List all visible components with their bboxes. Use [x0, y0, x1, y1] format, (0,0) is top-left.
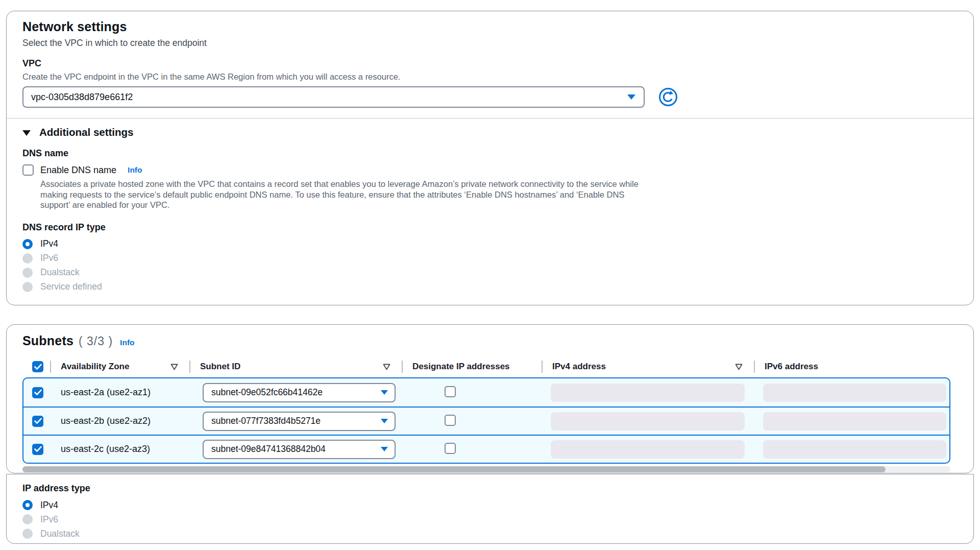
- radio-service-defined: [22, 282, 33, 292]
- chevron-down-icon: [381, 390, 388, 395]
- ipv4-address-input: [551, 412, 745, 431]
- network-settings-section: Network settings Select the VPC in which…: [6, 11, 974, 305]
- subnets-table-body: us-east-2a (use2-az1) subnet-09e052fc66b…: [22, 377, 950, 464]
- subnets-title: Subnets: [22, 332, 74, 349]
- vpc-select-value: vpc-0305d38d879e661f2: [31, 92, 133, 103]
- check-icon: [34, 418, 42, 424]
- chevron-down-icon: [381, 419, 388, 423]
- additional-settings-toggle[interactable]: Additional settings: [22, 126, 958, 138]
- table-row: us-east-2c (use2-az3) subnet-09e84741368…: [23, 435, 949, 463]
- table-row: us-east-2b (use2-az2) subnet-077f7383fd4…: [23, 406, 949, 435]
- sort-icon[interactable]: [170, 364, 178, 370]
- section-divider: [7, 118, 973, 118]
- column-header-subnet-id[interactable]: Subnet ID: [189, 356, 402, 377]
- subnet-id-select[interactable]: subnet-09e052fc66b41462e: [203, 383, 396, 402]
- vpc-label: VPC: [22, 58, 958, 69]
- column-header-ipv4-address[interactable]: IPv4 address: [542, 356, 754, 377]
- check-icon: [34, 446, 42, 452]
- ip-address-type-label: IP address type: [22, 483, 958, 494]
- row-select-checkbox[interactable]: [32, 416, 43, 427]
- dns-record-ip-type-label: DNS record IP type: [22, 222, 958, 233]
- ipv4-address-input: [551, 384, 745, 402]
- radio-ipv4[interactable]: [22, 239, 33, 249]
- dns-name-info-link[interactable]: Info: [128, 165, 142, 175]
- column-header-availability-zone[interactable]: Availability Zone: [50, 356, 189, 377]
- section-subtitle: Select the VPC in which to create the en…: [22, 37, 958, 49]
- subnets-section: Subnets ( 3/3 ) Info Availability Zone S…: [6, 324, 974, 473]
- section-title: Network settings: [22, 19, 958, 34]
- radio-ipv4[interactable]: [22, 500, 33, 510]
- check-icon: [34, 364, 42, 370]
- column-header-designate-ip: Designate IP addresses: [402, 356, 542, 377]
- horizontal-scrollbar-thumb[interactable]: [22, 466, 886, 472]
- table-row: us-east-2a (use2-az1) subnet-09e052fc66b…: [23, 378, 949, 406]
- radio-row-ipv4: IPv4: [22, 498, 958, 512]
- select-all-checkbox[interactable]: [32, 361, 43, 372]
- dns-name-label: DNS name: [22, 148, 958, 159]
- ip-address-type-group: IPv4 IPv6 Dualstack: [22, 498, 958, 541]
- ipv6-address-input: [763, 440, 946, 459]
- subnet-id-value: subnet-09e84741368842b04: [211, 444, 326, 455]
- refresh-icon: [657, 86, 679, 108]
- availability-zone-cell: us-east-2c (use2-az3): [50, 444, 189, 455]
- subnet-id-select[interactable]: subnet-09e84741368842b04: [203, 440, 396, 459]
- enable-dns-name-row: Enable DNS name Info: [22, 164, 958, 176]
- refresh-button[interactable]: [657, 86, 679, 108]
- chevron-down-icon: [627, 94, 635, 100]
- subnet-id-value: subnet-077f7383fd4b5271e: [211, 416, 321, 426]
- subnet-id-value: subnet-09e052fc66b41462e: [211, 387, 323, 398]
- vpc-select[interactable]: vpc-0305d38d879e661f2: [22, 86, 645, 108]
- radio-row-service-defined: Service defined: [22, 280, 958, 294]
- radio-row-dualstack: Dualstack: [22, 266, 958, 280]
- vpc-description: Create the VPC endpoint in the VPC in th…: [22, 71, 958, 82]
- radio-ipv6: [22, 514, 33, 524]
- check-icon: [34, 389, 42, 396]
- radio-dualstack: [22, 529, 33, 539]
- caret-down-icon: [22, 130, 31, 136]
- designate-ip-checkbox[interactable]: [445, 386, 456, 397]
- radio-row-dualstack: Dualstack: [22, 527, 958, 541]
- ipv6-address-input: [763, 384, 946, 402]
- dns-record-ip-type-group: IPv4 IPv6 Dualstack Service defined: [22, 237, 958, 294]
- subnets-header: Subnets ( 3/3 ) Info: [22, 332, 958, 349]
- availability-zone-cell: us-east-2a (use2-az1): [50, 387, 189, 398]
- radio-row-ipv6: IPv6: [22, 512, 958, 527]
- radio-ipv6: [22, 253, 33, 264]
- radio-row-ipv6: IPv6: [22, 251, 958, 266]
- select-all-cell: [22, 361, 50, 372]
- additional-settings-title: Additional settings: [39, 126, 134, 138]
- row-select-checkbox[interactable]: [32, 444, 43, 455]
- sort-icon[interactable]: [735, 364, 743, 370]
- designate-ip-checkbox[interactable]: [445, 443, 456, 454]
- ipv4-address-input: [551, 440, 745, 459]
- availability-zone-cell: us-east-2b (use2-az2): [50, 416, 189, 426]
- chevron-down-icon: [381, 447, 388, 451]
- dns-name-description: Associates a private hosted zone with th…: [40, 179, 650, 210]
- table-header-row: Availability Zone Subnet ID Designate IP…: [22, 356, 958, 377]
- horizontal-scrollbar: [22, 466, 950, 472]
- designate-ip-checkbox[interactable]: [445, 415, 456, 426]
- subnets-count: ( 3/3 ): [79, 334, 113, 348]
- column-header-ipv6-address: IPv6 address: [754, 356, 958, 377]
- ipv6-address-input: [763, 412, 946, 431]
- enable-dns-name-checkbox[interactable]: [22, 164, 34, 176]
- subnets-info-link[interactable]: Info: [120, 338, 134, 347]
- radio-row-ipv4: IPv4: [22, 237, 958, 251]
- subnet-id-select[interactable]: subnet-077f7383fd4b5271e: [203, 412, 396, 431]
- vpc-select-row: vpc-0305d38d879e661f2: [22, 86, 958, 108]
- radio-dualstack: [22, 268, 33, 278]
- row-select-checkbox[interactable]: [32, 387, 43, 398]
- ip-address-type-section: IP address type IPv4 IPv6 Dualstack: [6, 474, 974, 544]
- sort-icon[interactable]: [383, 364, 390, 370]
- enable-dns-name-checkbox-label: Enable DNS name: [40, 165, 116, 176]
